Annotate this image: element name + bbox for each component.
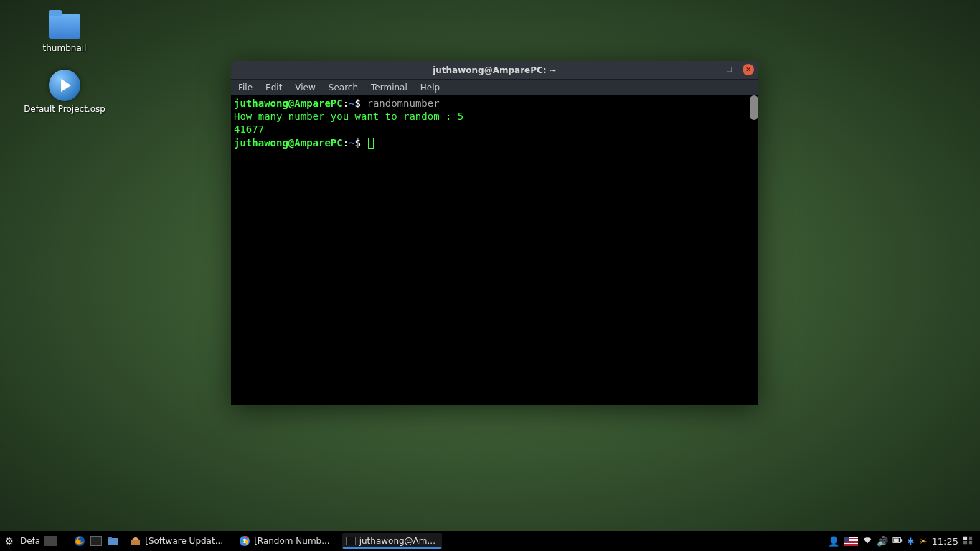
close-button[interactable] — [743, 64, 754, 75]
taskbar-item-updater[interactable]: [Software Updat... — [126, 533, 230, 549]
taskbar-item-terminal[interactable]: juthawong@Am... — [342, 533, 442, 549]
desktop-icon-label: Default Project.osp — [22, 104, 108, 114]
taskbar-item-label: juthawong@Am... — [359, 536, 435, 546]
svg-rect-11 — [963, 540, 967, 543]
prompt-sep: : — [343, 137, 349, 149]
bottom-panel: ⚙ Defa [Software Updat... [Random Numb..… — [0, 531, 980, 551]
svg-rect-12 — [969, 540, 972, 543]
prompt-user: juthawong@AmparePC — [234, 98, 343, 109]
svg-rect-1 — [108, 538, 118, 545]
minimize-button[interactable] — [705, 64, 717, 75]
terminal-line: juthawong@AmparePC:~$ — [234, 136, 755, 149]
cursor-icon — [368, 138, 374, 149]
keyboard-layout-icon[interactable] — [844, 537, 858, 546]
svg-rect-2 — [108, 537, 112, 539]
settings-icon[interactable]: ⚙ — [3, 534, 16, 547]
prompt-sep: : — [343, 98, 349, 109]
wifi-icon[interactable] — [862, 535, 872, 547]
terminal-output: How many number you want to random : 5 — [234, 110, 755, 123]
svg-rect-3 — [131, 540, 140, 545]
taskbar-item-label: [Random Numb... — [254, 536, 330, 546]
menu-view[interactable]: View — [295, 83, 315, 93]
workspace-icon[interactable] — [963, 535, 973, 547]
volume-icon[interactable]: 🔊 — [877, 536, 888, 547]
taskbar: [Software Updat... [Random Numb... jutha… — [126, 533, 825, 549]
firefox-icon[interactable] — [73, 534, 86, 547]
bluetooth-icon[interactable]: ✱ — [907, 536, 915, 547]
terminal-command: randomnumber — [367, 98, 439, 109]
system-tray: 👤 🔊 ✱ ☀ 11:25 — [828, 535, 977, 547]
folder-icon — [49, 14, 80, 39]
show-desktop-icon[interactable] — [44, 536, 57, 546]
terminal-body[interactable]: juthawong@AmparePC:~$ randomnumber How m… — [231, 95, 758, 405]
prompt-sign: $ — [355, 98, 361, 109]
menu-search[interactable]: Search — [329, 83, 358, 93]
menu-help[interactable]: Help — [420, 83, 440, 93]
titlebar[interactable]: juthawong@AmparePC: ~ — [231, 61, 758, 80]
svg-rect-8 — [894, 538, 899, 542]
play-icon — [49, 70, 80, 101]
taskbar-item-label: [Software Updat... — [145, 536, 223, 546]
menu-terminal[interactable]: Terminal — [371, 83, 407, 93]
user-icon[interactable]: 👤 — [828, 536, 839, 547]
prompt-path: ~ — [349, 137, 354, 149]
battery-icon[interactable] — [892, 535, 903, 547]
panel-left: ⚙ Defa — [3, 534, 119, 547]
svg-rect-10 — [969, 536, 972, 539]
prompt-path: ~ — [349, 98, 354, 109]
taskbar-item-browser[interactable]: [Random Numb... — [235, 533, 336, 549]
terminal-output: 41677 — [234, 123, 755, 136]
files-icon[interactable] — [106, 534, 119, 547]
desktop-icon-project[interactable]: Default Project.osp — [22, 68, 108, 114]
clock[interactable]: 11:25 — [932, 536, 958, 547]
svg-rect-9 — [963, 536, 967, 539]
menu-edit[interactable]: Edit — [265, 83, 282, 93]
terminal-launcher-icon[interactable] — [90, 536, 102, 546]
terminal-icon — [346, 537, 356, 545]
terminal-line: juthawong@AmparePC:~$ randomnumber — [234, 97, 755, 110]
prompt-user: juthawong@AmparePC — [234, 137, 343, 149]
terminal-window: juthawong@AmparePC: ~ File Edit View Sea… — [231, 61, 758, 405]
panel-menu-label[interactable]: Defa — [20, 536, 40, 546]
brightness-icon[interactable]: ☀ — [919, 536, 928, 547]
window-title: juthawong@AmparePC: ~ — [231, 65, 758, 75]
prompt-sign: $ — [355, 137, 361, 149]
menubar: File Edit View Search Terminal Help — [231, 80, 758, 95]
menu-file[interactable]: File — [238, 83, 253, 93]
svg-rect-7 — [900, 539, 902, 542]
chrome-icon — [239, 535, 250, 547]
window-controls — [705, 64, 754, 75]
desktop-icon-label: thumbnail — [22, 43, 108, 53]
scrollbar[interactable] — [750, 95, 758, 120]
desktop-icon-folder[interactable]: thumbnail — [22, 9, 108, 53]
maximize-button[interactable] — [724, 64, 735, 75]
update-icon — [130, 535, 141, 547]
